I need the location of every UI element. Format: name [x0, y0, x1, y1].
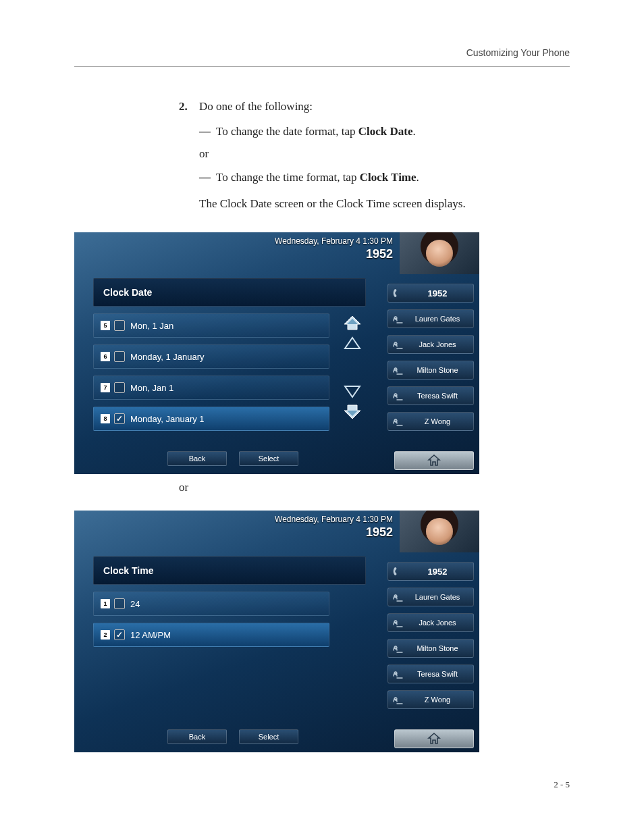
presence-icon — [392, 313, 404, 324]
or-between-screenshots: or — [74, 481, 570, 494]
checkbox-icon — [114, 320, 125, 331]
contact-name: Lauren Gates — [404, 315, 473, 323]
presence-icon — [392, 390, 404, 401]
contact-button[interactable]: Z Wong — [387, 690, 474, 709]
item-number: 5 — [101, 321, 110, 330]
scroll-controls — [342, 315, 363, 420]
presence-icon — [392, 617, 404, 628]
contact-name: Z Wong — [404, 417, 473, 425]
option-label: 24 — [130, 599, 140, 609]
date-format-option[interactable]: 5Mon, 1 Jan — [93, 313, 329, 338]
contact-name: Lauren Gates — [404, 593, 473, 601]
contact-name: Jack Jones — [404, 340, 473, 348]
item-number: 1 — [101, 599, 110, 608]
handset-icon — [392, 566, 404, 577]
back-button[interactable]: Back — [167, 451, 227, 466]
checkbox-icon — [114, 382, 125, 393]
status-bar: Wednesday, February 4 1:30 PM 1952 — [275, 236, 393, 261]
contact-name: Jack Jones — [404, 619, 473, 627]
contact-name: Teresa Swift — [404, 670, 473, 678]
step-number: 2. — [179, 97, 199, 117]
option-label: Monday, January 1 — [130, 414, 205, 424]
home-icon — [427, 454, 441, 467]
contact-button[interactable]: Lauren Gates — [387, 588, 474, 606]
presence-icon — [392, 643, 404, 654]
item-number: 6 — [101, 352, 110, 361]
date-format-option[interactable]: 8Monday, January 1 — [93, 407, 329, 431]
extension-label: 1952 — [404, 288, 473, 298]
contact-name: Milton Stone — [404, 644, 473, 652]
date-format-option[interactable]: 212 AM/PM — [93, 623, 329, 647]
checkbox-icon — [114, 413, 125, 424]
item-number: 8 — [101, 414, 110, 423]
home-icon — [427, 733, 441, 745]
presence-icon — [392, 669, 404, 679]
screenshot-clock-date: Wednesday, February 4 1:30 PM 1952 Clock… — [74, 232, 479, 474]
extension-button[interactable]: 1952 — [387, 284, 474, 303]
item-number: 7 — [101, 383, 110, 392]
contact-button[interactable]: Z Wong — [387, 412, 474, 431]
presence-icon — [392, 694, 404, 705]
status-extension: 1952 — [275, 247, 393, 261]
contact-button[interactable]: Jack Jones — [387, 613, 474, 632]
screen-title: Clock Date — [93, 278, 366, 307]
video-preview — [400, 232, 479, 274]
option-label: Mon, Jan 1 — [130, 383, 173, 393]
result-text: The Clock Date screen or the Clock Time … — [199, 194, 570, 214]
scroll-bottom-icon[interactable] — [343, 404, 362, 420]
select-button[interactable]: Select — [239, 451, 298, 466]
contact-button[interactable]: Lauren Gates — [387, 309, 474, 328]
page-header: Customizing Your Phone — [74, 47, 570, 67]
presence-icon — [392, 592, 404, 602]
presence-icon — [392, 365, 404, 375]
contact-button[interactable]: Teresa Swift — [387, 664, 474, 683]
date-format-option[interactable]: 124 — [93, 592, 329, 616]
select-button[interactable]: Select — [239, 729, 298, 744]
option-label: Monday, 1 January — [130, 352, 205, 362]
option-label: Mon, 1 Jan — [130, 321, 173, 331]
scroll-up-icon[interactable] — [343, 335, 362, 351]
screenshot-clock-time: Wednesday, February 4 1:30 PM 1952 Clock… — [74, 511, 479, 752]
back-button[interactable]: Back — [167, 729, 227, 744]
page-number: 2 - 5 — [74, 779, 570, 790]
item-number: 2 — [101, 630, 110, 640]
presence-icon — [392, 339, 404, 350]
option-1: To change the date format, tap Clock Dat… — [216, 122, 416, 142]
date-format-option[interactable]: 7Mon, Jan 1 — [93, 375, 329, 400]
step-intro: Do one of the following: — [199, 97, 313, 117]
scroll-down-icon[interactable] — [343, 384, 362, 400]
bullet-dash: — — [199, 122, 216, 142]
contact-button[interactable]: Milton Stone — [387, 361, 474, 380]
scroll-top-icon[interactable] — [343, 315, 362, 331]
contact-button[interactable]: Jack Jones — [387, 335, 474, 354]
video-preview — [400, 511, 479, 552]
instruction-body: 2. Do one of the following: — To change … — [74, 97, 570, 213]
status-bar: Wednesday, February 4 1:30 PM 1952 — [275, 515, 393, 540]
checkbox-icon — [114, 629, 125, 640]
contact-button[interactable]: Teresa Swift — [387, 386, 474, 405]
checkbox-icon — [114, 351, 125, 362]
option-2: To change the time format, tap Clock Tim… — [216, 168, 419, 188]
contact-name: Teresa Swift — [404, 392, 473, 400]
bullet-dash: — — [199, 168, 216, 188]
or-text: or — [199, 145, 570, 164]
status-date: Wednesday, February 4 1:30 PM — [275, 236, 393, 246]
status-extension: 1952 — [275, 525, 393, 540]
date-format-option[interactable]: 6Monday, 1 January — [93, 344, 329, 369]
presence-icon — [392, 416, 404, 427]
handset-icon — [392, 288, 404, 298]
extension-label: 1952 — [404, 567, 473, 577]
contact-button[interactable]: Milton Stone — [387, 639, 474, 658]
checkbox-icon — [114, 598, 125, 609]
status-date: Wednesday, February 4 1:30 PM — [275, 515, 393, 524]
extension-button[interactable]: 1952 — [387, 562, 474, 581]
option-label: 12 AM/PM — [130, 630, 171, 640]
home-button[interactable] — [394, 729, 474, 748]
screen-title: Clock Time — [93, 556, 366, 585]
contact-name: Milton Stone — [404, 366, 473, 374]
contact-name: Z Wong — [404, 696, 473, 704]
home-button[interactable] — [394, 451, 474, 470]
